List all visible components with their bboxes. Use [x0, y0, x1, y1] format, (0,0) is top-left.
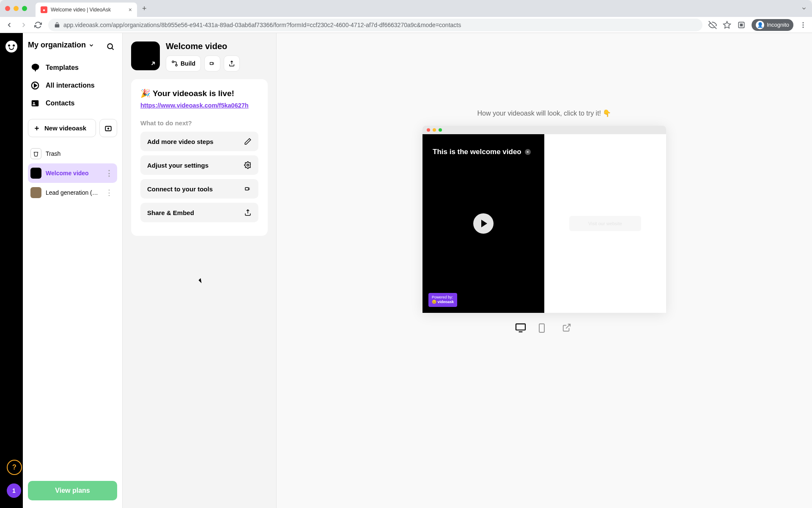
action-add-steps[interactable]: Add more video steps — [140, 132, 258, 151]
app-root: My organization Templates All interactio… — [0, 33, 812, 508]
play-circle-icon — [30, 81, 40, 90]
maximize-window-icon[interactable] — [22, 6, 27, 11]
app-logo[interactable] — [5, 41, 17, 52]
tab-close-icon[interactable]: × — [129, 6, 132, 13]
cta-placeholder[interactable]: Visit our website — [569, 216, 641, 231]
share-button[interactable] — [224, 55, 240, 72]
new-tab-button[interactable]: + — [142, 4, 147, 13]
videoask-item-welcome[interactable]: Welcome video ⋮ — [28, 163, 117, 183]
browser-toolbar: app.videoask.com/app/organizations/8b955… — [0, 17, 812, 33]
more-icon[interactable]: ⋮ — [104, 188, 115, 197]
reload-button[interactable] — [34, 21, 42, 29]
mobile-view-button[interactable] — [538, 323, 550, 332]
new-videoask-button[interactable]: New videoask — [28, 119, 96, 137]
connect-button[interactable] — [204, 55, 220, 72]
nav-templates[interactable]: Templates — [28, 59, 117, 77]
svg-point-3 — [803, 22, 804, 23]
videoask-label: Lead generation (c... — [46, 189, 99, 196]
menu-icon[interactable] — [799, 21, 807, 29]
videoask-label: Welcome video — [46, 170, 99, 177]
svg-marker-9 — [34, 84, 37, 87]
svg-line-7 — [112, 48, 114, 50]
preview-titlebar — [422, 126, 666, 134]
browser-tab[interactable]: ● Welcome video | VideoAsk × — [36, 3, 137, 17]
preview-window[interactable]: This is the welcome video × Powered by: … — [422, 126, 666, 313]
svg-point-5 — [803, 26, 804, 28]
toolbar-right: 👤 Incognito — [708, 19, 807, 31]
svg-rect-21 — [245, 188, 249, 190]
org-switcher[interactable]: My organization — [28, 41, 117, 50]
left-rail — [0, 33, 23, 508]
svg-rect-22 — [516, 324, 525, 330]
open-external-button[interactable] — [562, 323, 574, 332]
svg-rect-24 — [539, 324, 544, 332]
svg-point-6 — [107, 44, 112, 49]
pencil-icon — [244, 138, 252, 145]
url-text: app.videoask.com/app/organizations/8b955… — [63, 22, 697, 28]
maximize-icon — [439, 128, 442, 132]
video-region[interactable]: This is the welcome video × Powered by: … — [422, 134, 544, 313]
powered-by-badge[interactable]: Powered by: 😊 videoask — [428, 293, 457, 307]
play-button[interactable] — [473, 213, 494, 234]
eye-off-icon[interactable] — [708, 21, 717, 29]
action-share-embed[interactable]: Share & Embed — [140, 203, 258, 222]
search-icon[interactable] — [106, 42, 115, 51]
action-connect[interactable]: Connect to your tools — [140, 179, 258, 199]
preview-pane: How your videoask will look, click to tr… — [277, 33, 812, 508]
import-button[interactable] — [99, 119, 117, 137]
plug-icon — [209, 60, 216, 67]
live-card: 🎉 Your videoask is live! https://www.vid… — [131, 79, 268, 236]
svg-point-17 — [172, 61, 174, 63]
extensions-icon[interactable] — [737, 21, 746, 29]
lock-icon — [54, 22, 60, 28]
more-icon[interactable]: ⋮ — [104, 168, 115, 178]
overlay-close-icon[interactable]: × — [525, 149, 531, 155]
incognito-badge[interactable]: 👤 Incognito — [752, 19, 793, 31]
minimize-window-icon[interactable] — [14, 6, 19, 11]
videoask-thumb — [30, 187, 41, 198]
view-plans-button[interactable]: View plans — [28, 481, 117, 500]
window-controls — [5, 6, 27, 11]
nav-label: All interactions — [46, 82, 95, 89]
desktop-view-button[interactable] — [515, 323, 527, 332]
address-bar[interactable]: app.videoask.com/app/organizations/8b955… — [48, 19, 702, 31]
close-window-icon[interactable] — [5, 6, 10, 11]
svg-marker-0 — [724, 21, 731, 28]
nav-interactions[interactable]: All interactions — [28, 77, 117, 94]
back-button[interactable] — [5, 21, 14, 29]
share-url-link[interactable]: https://www.videoask.com/f5ka0627h — [140, 102, 249, 109]
action-settings[interactable]: Adjust your settings — [140, 155, 258, 175]
favicon-icon: ● — [41, 6, 47, 13]
new-videoask-label: New videoask — [44, 124, 86, 132]
video-overlay-title: This is the welcome video × — [433, 148, 531, 156]
tabs-overflow-icon[interactable] — [801, 6, 807, 11]
star-icon[interactable] — [723, 21, 731, 29]
videoask-item-lead[interactable]: Lead generation (c... ⋮ — [28, 183, 117, 202]
folder-plus-icon — [104, 124, 112, 132]
help-button[interactable]: ? — [7, 460, 22, 475]
response-region: Visit our website — [544, 134, 666, 313]
notification-badge[interactable]: 1 — [7, 483, 21, 498]
plus-icon — [33, 125, 40, 132]
next-steps-heading: What to do next? — [140, 119, 258, 127]
share-icon — [228, 60, 235, 67]
action-label: Adjust your settings — [147, 162, 208, 169]
incognito-label: Incognito — [767, 22, 789, 28]
build-button[interactable]: Build — [166, 55, 201, 72]
videoask-title: Welcome video — [166, 41, 240, 51]
svg-point-4 — [803, 24, 804, 25]
forward-button[interactable] — [19, 21, 28, 29]
device-toggle — [515, 323, 574, 332]
action-label: Share & Embed — [147, 209, 194, 216]
svg-point-11 — [33, 102, 35, 104]
plug-icon — [244, 185, 252, 193]
party-emoji: 🎉 — [140, 89, 151, 98]
sidebar: My organization Templates All interactio… — [23, 33, 123, 508]
trash-icon — [30, 148, 41, 159]
org-name: My organization — [28, 41, 86, 50]
trash-link[interactable]: Trash — [28, 144, 117, 163]
nav-contacts[interactable]: Contacts — [28, 94, 117, 112]
action-label: Add more video steps — [147, 138, 214, 145]
videoask-preview-thumb[interactable] — [131, 41, 160, 70]
svg-point-20 — [247, 164, 249, 166]
